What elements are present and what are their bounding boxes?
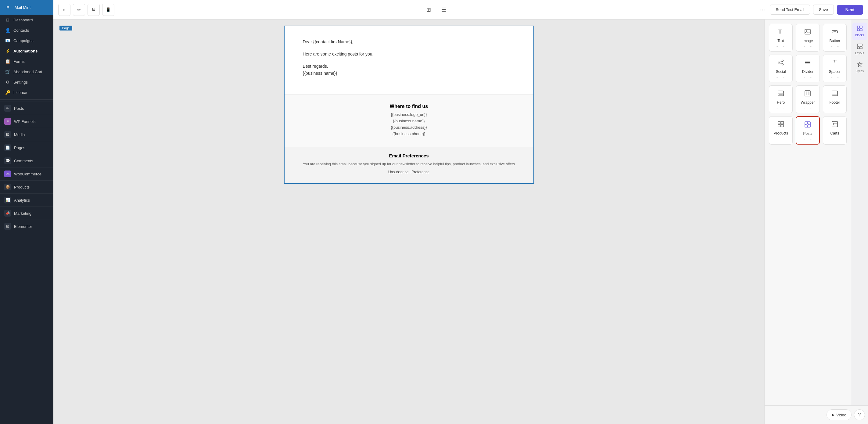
save-button[interactable]: Save [813, 5, 834, 14]
svg-rect-38 [857, 26, 860, 28]
sidebar-item-label: Marketing [14, 211, 31, 216]
svg-point-36 [834, 126, 834, 126]
automations-icon: ⚡ [5, 49, 10, 53]
posts-bullet: ✏ [4, 105, 11, 112]
block-spacer[interactable]: Spacer··· ··· [823, 55, 847, 82]
sidebar-item-settings[interactable]: ⚙ Settings [0, 77, 53, 87]
email-canvas: Dear {{contact.firstName}}, Here are som… [284, 26, 534, 184]
block-products[interactable]: Products··· ··· [769, 116, 793, 145]
carts-block-dots: ··· ··· [830, 137, 840, 141]
block-wrapper[interactable]: Wrapper··· ··· [796, 85, 819, 113]
block-image[interactable]: Image··· ··· [796, 24, 819, 52]
wrapper-block-dots: ··· ··· [803, 107, 813, 110]
sidebar-item-label: WP Funnels [14, 119, 36, 124]
sidebar-item-label: Dashboard [13, 18, 33, 22]
sidebar-item-pages[interactable]: 📄 Pages [0, 141, 53, 154]
sidebar-item-campaigns[interactable]: 📧 Campaigns [0, 35, 53, 46]
tab-blocks-label: Blocks [855, 34, 864, 37]
divider-block-icon [804, 59, 811, 68]
email-greeting: Dear {{contact.firstName}}, [303, 38, 515, 46]
block-carts[interactable]: Carts··· ··· [823, 116, 847, 145]
send-test-email-button[interactable]: Send Test Email [770, 5, 810, 14]
tab-layout[interactable]: Layout [852, 40, 867, 58]
image-block-icon [804, 28, 811, 37]
hero-block-label: Hero [777, 100, 785, 104]
page-label: Page [60, 26, 72, 31]
sidebar-item-media[interactable]: 🖼 Media [0, 128, 53, 141]
preference-link[interactable]: Preference [411, 170, 429, 174]
email-unsubscribe-links: Unsubscribe | Preference [303, 169, 515, 175]
hero-block-dots: ··· ··· [776, 107, 786, 110]
svg-rect-28 [781, 124, 783, 127]
block-social[interactable]: Social··· ··· [769, 55, 793, 82]
button-block-label: Button [829, 39, 840, 43]
layout-view-button[interactable]: ⊞ [422, 4, 435, 16]
footer-logo: {{business.logo_url}} [303, 112, 515, 117]
back-icon: « [63, 7, 66, 12]
unsubscribe-link[interactable]: Unsubscribe [388, 170, 409, 174]
block-divider[interactable]: Divider··· ··· [796, 55, 819, 82]
block-footer[interactable]: Footer··· ··· [823, 85, 847, 113]
marketing-bullet: 📣 [4, 210, 11, 217]
sidebar-item-label: Pages [14, 146, 25, 150]
svg-rect-43 [857, 47, 860, 49]
tab-blocks[interactable]: Blocks [852, 23, 867, 40]
mobile-icon: 📱 [106, 7, 111, 12]
right-panel: TText··· ···Image··· ···Button··· ···Soc… [764, 20, 868, 424]
svg-rect-21 [808, 92, 809, 95]
sidebar-item-comments[interactable]: 💬 Comments [0, 154, 53, 167]
tab-styles[interactable]: Styles [852, 59, 867, 76]
sidebar-item-marketing[interactable]: 📣 Marketing [0, 207, 53, 220]
licence-icon: 🔑 [5, 90, 10, 95]
next-button[interactable]: Next [837, 5, 863, 14]
svg-rect-42 [857, 44, 862, 46]
sidebar-item-licence[interactable]: 🔑 Licence [0, 87, 53, 98]
products-bullet: 📦 [4, 184, 11, 190]
email-prefs-heading: Email Preferences [303, 153, 515, 158]
sidebar-item-label: Campaigns [13, 38, 34, 43]
social-block-label: Social [776, 69, 786, 74]
more-options-button[interactable]: ··· [758, 4, 767, 15]
footer-block-icon [831, 90, 838, 98]
preview-view-button[interactable]: ☰ [437, 4, 451, 16]
sidebar-item-woocommerce[interactable]: 🛍 WooCommerce [0, 167, 53, 180]
sidebar-item-posts[interactable]: ✏ Posts [0, 101, 53, 115]
sidebar-item-forms[interactable]: 📋 Forms [0, 56, 53, 66]
sidebar-item-label: Analytics [14, 198, 30, 203]
image-block-label: Image [803, 39, 813, 43]
carts-block-label: Carts [830, 131, 839, 135]
footer-address: {{business.address}} [303, 125, 515, 130]
block-posts[interactable]: Posts··· ··· [796, 116, 819, 145]
back-button[interactable]: « [58, 4, 70, 16]
sidebar-brand[interactable]: M Mail Mint [0, 0, 53, 14]
help-button[interactable]: ? [854, 410, 865, 420]
block-text[interactable]: TText··· ··· [769, 24, 793, 52]
mobile-button[interactable]: 📱 [102, 4, 114, 16]
desktop-button[interactable]: 🖥 [88, 4, 100, 16]
sidebar-item-automations[interactable]: ⚡ Automations [0, 46, 53, 56]
sidebar-item-wp-funnels[interactable]: ≡ WP Funnels [0, 115, 53, 128]
posts-block-icon [804, 121, 811, 130]
sidebar-item-elementor[interactable]: ⊡ Elementor [0, 220, 53, 233]
sidebar-item-products[interactable]: 📦 Products [0, 180, 53, 193]
block-button[interactable]: Button··· ··· [823, 24, 847, 52]
canvas-area[interactable]: Page Dear {{contact.firstName}}, Here ar… [53, 20, 764, 424]
footer-block-label: Footer [829, 100, 840, 104]
sidebar-divider [0, 99, 53, 100]
svg-rect-20 [806, 92, 807, 95]
sidebar-item-dashboard[interactable]: ⊟ Dashboard [0, 14, 53, 25]
svg-point-6 [782, 60, 783, 62]
analytics-bullet: 📊 [4, 197, 11, 204]
video-button[interactable]: ▶ Video [827, 410, 851, 420]
sidebar-item-analytics[interactable]: 📊 Analytics [0, 193, 53, 207]
wpfunnels-bullet: ≡ [4, 118, 11, 125]
svg-line-8 [780, 61, 782, 63]
wc-bullet: 🛍 [4, 171, 11, 177]
content-area: Page Dear {{contact.firstName}}, Here ar… [53, 20, 868, 424]
block-hero[interactable]: Hero··· ··· [769, 85, 793, 113]
edit-button[interactable]: ✏ [73, 4, 85, 16]
toolbar: « ✏ 🖥 📱 ⊞ ☰ ··· Send Test Email [53, 0, 868, 20]
sidebar-item-abandoned-cart[interactable]: 🛒 Abandoned Cart [0, 66, 53, 77]
sidebar-item-contacts[interactable]: 👤 Contacts [0, 25, 53, 35]
video-label: Video [836, 413, 846, 417]
